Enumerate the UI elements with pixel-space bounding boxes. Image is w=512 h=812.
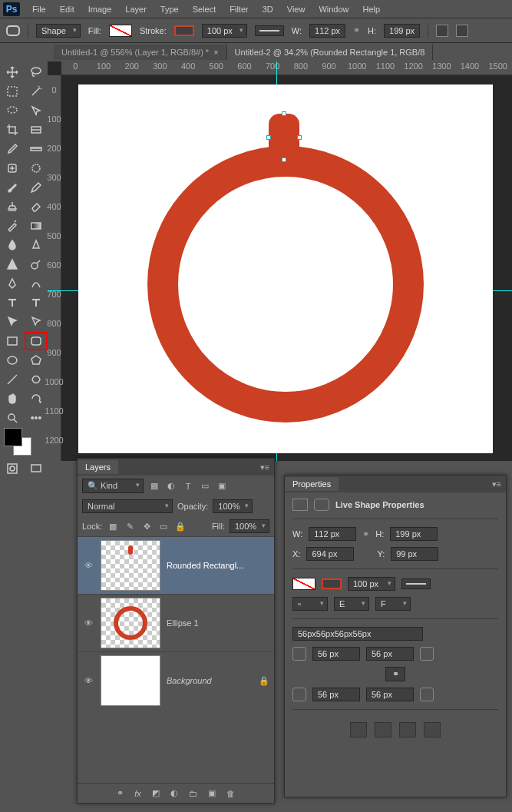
ruler-vertical[interactable]: 0 100 200 300 400 500 600 700 800 900 10… bbox=[48, 75, 61, 461]
panel-menu-icon[interactable]: ▾≡ bbox=[487, 479, 506, 489]
foreground-color-swatch[interactable] bbox=[4, 428, 22, 446]
stroke-swatch[interactable] bbox=[322, 578, 342, 589]
triangle-icon[interactable] bbox=[1, 255, 24, 273]
panel-header[interactable]: Layers ▾≡ bbox=[78, 459, 274, 476]
properties-panel[interactable]: Properties ▾≡ Live Shape Properties W: 1… bbox=[284, 475, 507, 797]
lasso-tool-icon[interactable] bbox=[25, 63, 48, 81]
filter-smart-icon[interactable]: ▣ bbox=[216, 480, 228, 492]
combine-shapes-icon[interactable] bbox=[350, 722, 367, 737]
group-icon[interactable]: 🗀 bbox=[189, 789, 197, 798]
filter-adjust-icon[interactable]: ◐ bbox=[165, 480, 177, 492]
align-edges-icon[interactable] bbox=[456, 25, 468, 37]
intersect-shapes-icon[interactable] bbox=[399, 722, 416, 737]
marquee-tool-icon[interactable] bbox=[1, 82, 24, 101]
corner-radius-combined[interactable]: 56px56px56px56px bbox=[292, 627, 423, 641]
corner-br-field[interactable]: 56 px bbox=[366, 688, 414, 701]
patch-tool-icon[interactable] bbox=[25, 159, 48, 177]
menu-window[interactable]: Window bbox=[312, 2, 355, 16]
stroke-width-field[interactable]: 100 px bbox=[202, 24, 247, 38]
pencil-tool-icon[interactable] bbox=[25, 178, 48, 197]
menu-3d[interactable]: 3D bbox=[256, 2, 279, 16]
ellipse-tool-icon[interactable] bbox=[1, 351, 24, 370]
menu-help[interactable]: Help bbox=[357, 2, 387, 16]
hand-tool-icon[interactable] bbox=[1, 389, 24, 408]
layer-fill-field[interactable]: 100% bbox=[230, 519, 269, 533]
menu-file[interactable]: File bbox=[26, 2, 52, 16]
menu-filter[interactable]: Filter bbox=[223, 2, 254, 16]
doc-tab-1[interactable]: Untitled-1 @ 556% (Layer 1, RGB/8#) *× bbox=[54, 45, 227, 60]
layer-name[interactable]: Ellipse 1 bbox=[167, 618, 269, 628]
stroke-style-dropdown[interactable] bbox=[255, 25, 284, 36]
adjustment-icon[interactable]: ◐ bbox=[170, 788, 178, 798]
fill-swatch[interactable] bbox=[109, 25, 132, 37]
ellipse-shape[interactable] bbox=[147, 146, 424, 423]
width-field[interactable]: 112 px bbox=[309, 24, 345, 38]
mask-icon[interactable]: ◩ bbox=[152, 788, 160, 798]
panel-header[interactable]: Properties ▾≡ bbox=[285, 476, 506, 492]
panel-tab-properties[interactable]: Properties bbox=[285, 477, 339, 491]
delete-layer-icon[interactable]: 🗑 bbox=[226, 789, 235, 798]
menu-type[interactable]: Type bbox=[154, 2, 185, 16]
menu-select[interactable]: Select bbox=[187, 2, 223, 16]
close-tab-icon[interactable]: × bbox=[213, 48, 218, 57]
lock-artboard-icon[interactable]: ▭ bbox=[157, 520, 170, 532]
stamp-tool-icon[interactable] bbox=[1, 197, 24, 216]
menu-layer[interactable]: Layer bbox=[119, 2, 153, 16]
visibility-toggle-icon[interactable]: 👁 bbox=[82, 676, 94, 685]
path-ops-icon[interactable] bbox=[436, 25, 448, 37]
polygon-tool-icon[interactable] bbox=[25, 351, 48, 370]
menu-view[interactable]: View bbox=[281, 2, 312, 16]
freeform-pen-icon[interactable] bbox=[25, 274, 48, 293]
exclude-shapes-icon[interactable] bbox=[424, 722, 441, 737]
stroke-corners-dropdown[interactable]: F bbox=[375, 597, 411, 611]
corner-link-toggle[interactable]: ⚭ bbox=[385, 667, 405, 681]
lock-transparency-icon[interactable]: ▩ bbox=[107, 520, 119, 532]
fx-icon[interactable]: fx bbox=[134, 789, 141, 798]
doc-tab-2[interactable]: Untitled-2 @ 34.2% (Rounded Rectangle 1,… bbox=[227, 45, 434, 60]
layer-thumbnail[interactable] bbox=[101, 655, 160, 706]
visibility-toggle-icon[interactable]: 👁 bbox=[82, 561, 94, 570]
direct-select-icon[interactable] bbox=[25, 313, 48, 331]
vertical-type-icon[interactable] bbox=[25, 293, 48, 312]
rotate-view-icon[interactable] bbox=[25, 389, 48, 408]
corner-tr-field[interactable]: 56 px bbox=[366, 647, 414, 661]
layer-item[interactable]: 👁 Ellipse 1 bbox=[78, 594, 274, 651]
slice-tool-icon[interactable] bbox=[25, 121, 48, 139]
layer-filter-kind[interactable]: 🔍 Kind bbox=[82, 479, 144, 493]
canvas[interactable] bbox=[78, 85, 493, 453]
fill-swatch[interactable] bbox=[292, 578, 315, 590]
menu-image[interactable]: Image bbox=[82, 2, 118, 16]
layer-name[interactable]: Background bbox=[167, 676, 253, 685]
eyedropper-tool-icon[interactable] bbox=[1, 140, 24, 158]
crop-tool-icon[interactable] bbox=[1, 121, 24, 139]
y-field[interactable]: 99 px bbox=[391, 547, 438, 561]
eraser-tool-icon[interactable] bbox=[25, 197, 48, 216]
filter-pixel-icon[interactable]: ▦ bbox=[148, 480, 160, 492]
blend-mode-dropdown[interactable]: Normal bbox=[82, 499, 173, 513]
x-field[interactable]: 694 px bbox=[306, 547, 354, 561]
stroke-style-dropdown[interactable] bbox=[401, 578, 431, 589]
lock-all-icon[interactable]: 🔒 bbox=[174, 520, 187, 532]
rounded-rectangle-shape[interactable] bbox=[269, 114, 299, 160]
height-field[interactable]: 199 px bbox=[384, 24, 420, 38]
history-brush-icon[interactable] bbox=[1, 217, 24, 235]
visibility-toggle-icon[interactable]: 👁 bbox=[82, 618, 94, 628]
link-wh-icon[interactable] bbox=[362, 529, 369, 539]
layers-panel[interactable]: Layers ▾≡ 🔍 Kind ▦ ◐ T ▭ ▣ Normal Opacit… bbox=[77, 458, 275, 804]
panel-tab-layers[interactable]: Layers bbox=[78, 460, 118, 474]
link-layers-icon[interactable]: ⚭ bbox=[117, 788, 124, 798]
quick-mask-icon[interactable] bbox=[1, 459, 24, 478]
corner-bl-field[interactable]: 56 px bbox=[312, 688, 360, 701]
layer-thumbnail[interactable] bbox=[101, 540, 160, 591]
stroke-caps-dropdown[interactable]: E bbox=[334, 597, 369, 611]
lock-position-icon[interactable]: ✥ bbox=[140, 520, 153, 532]
panel-menu-icon[interactable]: ▾≡ bbox=[256, 462, 274, 472]
stroke-align-dropdown[interactable]: ▫ bbox=[292, 597, 328, 611]
zoom-tool-icon[interactable] bbox=[1, 409, 24, 427]
brush-tool-icon[interactable] bbox=[1, 178, 24, 197]
ruler-horizontal[interactable]: 0 100 200 300 400 500 600 700 800 900 10… bbox=[61, 61, 512, 75]
screen-mode-icon[interactable] bbox=[25, 459, 48, 478]
corner-tl-field[interactable]: 56 px bbox=[312, 647, 360, 661]
pen-tool-icon[interactable] bbox=[1, 274, 24, 293]
ruler-tool-icon[interactable] bbox=[25, 140, 48, 158]
